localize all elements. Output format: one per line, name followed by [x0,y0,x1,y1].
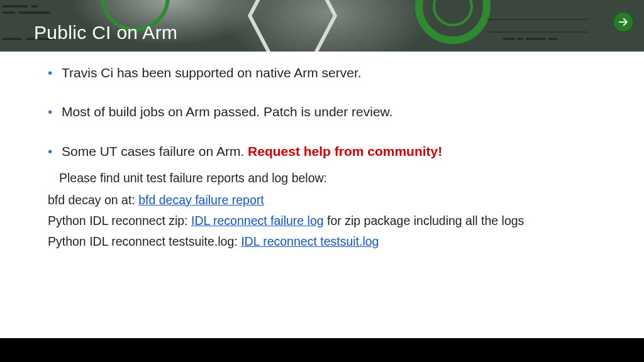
idl-reconnect-testsuite-link[interactable]: IDL reconnect testsuit.log [241,234,379,248]
sub-note: Please find unit test failure reports an… [59,169,606,187]
link-prefix: bfd decay on at: [48,193,138,207]
deco-bars-right [503,0,629,52]
link-line-3: Python IDL reconnect testsuite.log: IDL … [48,233,606,251]
link-prefix: Python IDL reconnect testsuite.log: [48,234,241,248]
link-suffix: for zip package including all the logs [324,214,525,228]
bullet-text: Some UT cases failure on Arm. [62,144,248,158]
arrow-right-icon [617,16,630,28]
idl-reconnect-zip-link[interactable]: IDL reconnect failure log [191,214,324,228]
deco-hexagon [245,0,340,52]
slide-footer [0,338,644,362]
bullet-list: Travis Ci has been supported on native A… [48,64,606,160]
slide-header: Public CI on Arm [0,0,644,52]
link-line-1: bfd decay on at: bfd decay failure repor… [48,191,606,209]
bullet-text: Travis Ci has been supported on native A… [62,65,362,80]
slide-title: Public CI on Arm [34,22,177,43]
arrow-badge-icon [613,11,634,33]
bullet-item: Travis Ci has been supported on native A… [48,64,606,82]
links-block: bfd decay on at: bfd decay failure repor… [48,191,606,251]
slide: Public CI on Arm Travis Ci has been supp… [0,0,644,362]
svg-marker-0 [250,0,335,52]
link-prefix: Python IDL reconnect zip: [48,214,191,228]
link-line-2: Python IDL reconnect zip: IDL reconnect … [48,212,606,230]
bfd-decay-report-link[interactable]: bfd decay failure report [138,193,264,207]
slide-content: Travis Ci has been supported on native A… [48,64,606,254]
bullet-text: Most of build jobs on Arm passed. Patch … [62,104,392,119]
bullet-item: Most of build jobs on Arm passed. Patch … [48,103,606,121]
bullet-item: Some UT cases failure on Arm. Request he… [48,143,606,160]
help-request-text: Request help from community! [248,144,442,158]
